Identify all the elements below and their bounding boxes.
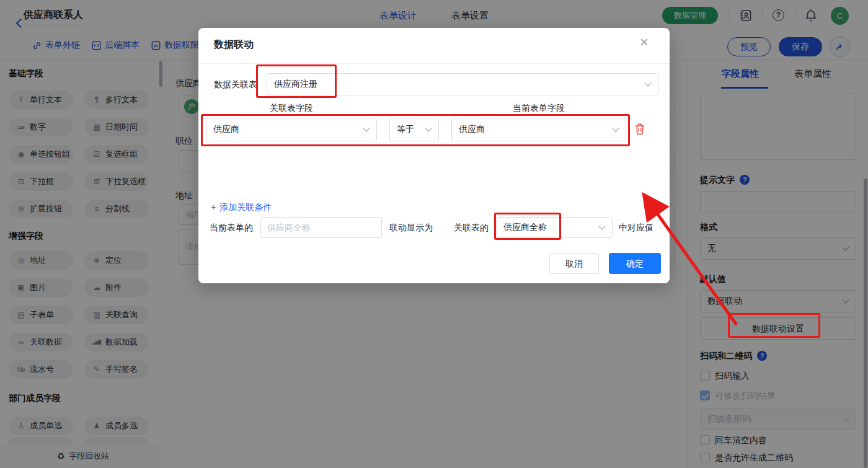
condition-current-field-select[interactable]: 供应商 xyxy=(451,118,626,141)
chevron-down-icon xyxy=(425,125,432,131)
linkage-display-label: 联动显示为 xyxy=(389,223,433,234)
cancel-button[interactable]: 取消 xyxy=(549,253,599,274)
current-form-prefix: 当前表单的 xyxy=(210,223,253,234)
relation-table-label: 数据关联表 xyxy=(214,79,257,91)
condition-relation-field-select[interactable]: 供应商 xyxy=(206,118,377,141)
chevron-down-icon xyxy=(363,125,370,131)
data-linkage-modal: 数据联动 × 数据关联表 供应商注册 关联表字段 当前表单字段 供应商 等于 供… xyxy=(198,28,670,283)
corresponding-value-label: 中对应值 xyxy=(619,223,653,234)
delete-condition-button[interactable] xyxy=(634,123,645,135)
confirm-button[interactable]: 确定 xyxy=(609,253,661,274)
relation-table-of-label: 关联表的 xyxy=(454,223,489,234)
app-window: 供应商联系人 表单设计 表单设置 数据管理 ? C 表单外链 后端脚本 数据权限… xyxy=(0,0,868,468)
trash-icon xyxy=(634,123,645,135)
relation-table-select[interactable]: 供应商注册 xyxy=(267,73,658,95)
modal-divider xyxy=(198,63,670,64)
add-condition-link[interactable]: + 添加关联条件 xyxy=(211,202,272,213)
col-header-relation-field: 关联表字段 xyxy=(270,103,313,114)
chevron-down-icon xyxy=(598,223,605,229)
linkage-target-input[interactable] xyxy=(260,217,382,238)
close-icon[interactable]: × xyxy=(640,35,649,50)
plus-icon: + xyxy=(211,202,216,213)
col-header-current-field: 当前表单字段 xyxy=(513,103,565,114)
condition-operator-select[interactable]: 等于 xyxy=(389,118,439,141)
chevron-down-icon xyxy=(612,125,619,131)
chevron-down-icon xyxy=(644,79,651,86)
modal-title: 数据联动 xyxy=(214,38,254,51)
linkage-source-select[interactable]: 供应商全称 xyxy=(496,217,613,238)
